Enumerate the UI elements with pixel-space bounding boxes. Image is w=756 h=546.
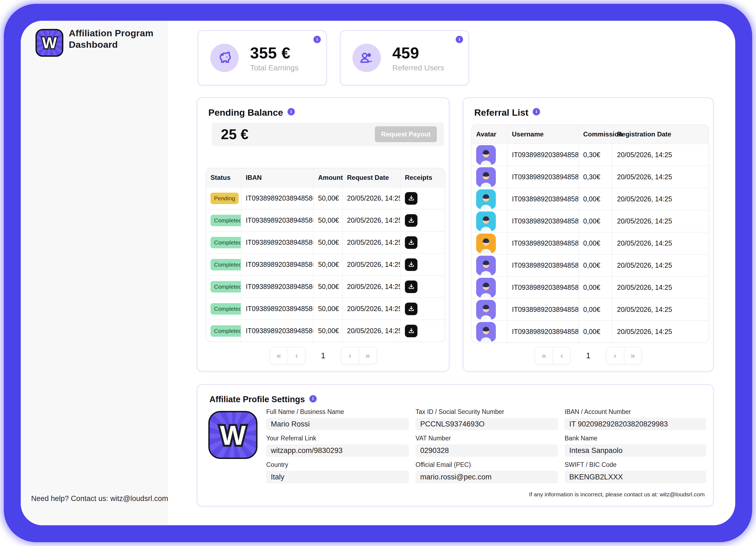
field-input[interactable] (565, 418, 706, 430)
field-input[interactable] (266, 444, 409, 457)
column-header-username: Username (507, 125, 578, 144)
registration-date-cell: 20/05/2026, 14:25 (612, 210, 708, 232)
field-label: Full Name / Business Name (266, 408, 409, 415)
download-icon (408, 217, 415, 224)
request-payout-button[interactable]: Request Payout (375, 126, 437, 142)
referral-list-title-text: Referral List (474, 107, 528, 118)
avatar-person-icon (477, 259, 495, 275)
field-label: Bank Name (565, 435, 706, 442)
w-logo-icon: W (211, 413, 255, 457)
referred-users-card: i 459 Referred Users (340, 30, 469, 85)
commission-cell: 0,00€ (578, 276, 612, 298)
field-input[interactable] (266, 471, 409, 483)
profile-field: Your Referral Link (266, 435, 409, 457)
amount-cell: 50,00€ (313, 187, 342, 209)
avatar (476, 278, 496, 297)
field-label: IBAN / Account Number (565, 408, 706, 415)
column-header-receipts: Receipts (400, 168, 445, 187)
download-receipt-button[interactable] (405, 192, 417, 205)
referred-users-value: 459 (392, 44, 444, 62)
field-label: SWIFT / BIC Code (565, 461, 706, 468)
profile-field: VAT Number (416, 435, 558, 457)
prev-page-button[interactable]: ‹ (553, 347, 570, 364)
profile-field: Bank Name (565, 435, 706, 457)
field-input[interactable] (565, 444, 706, 457)
last-page-button[interactable]: » (624, 347, 641, 364)
pending-balance-box: 25 € Request Payout (212, 123, 444, 146)
avatar (476, 300, 496, 319)
referral-header-row: Avatar Username Commission Registration … (472, 125, 708, 144)
iban-cell: IT0938989203894858659 (241, 297, 313, 319)
profile-settings-title-text: Affiliate Profile Settings (209, 394, 305, 404)
registration-date-cell: 20/05/2026, 14:25 (612, 254, 708, 276)
status-badge: Completed (211, 237, 241, 248)
info-icon[interactable]: i (287, 108, 295, 115)
field-label: Official Email (PEC) (416, 461, 558, 468)
iban-cell: IT0938989203894858659 (241, 253, 313, 275)
download-icon (408, 261, 415, 268)
info-icon[interactable]: i (313, 36, 321, 43)
profile-settings-card: Affiliate Profile Settings i W Full Name… (197, 384, 714, 506)
username-cell: IT0938989203894858659 (507, 276, 578, 298)
iban-cell: IT0938989203894858659 (241, 319, 313, 342)
download-receipt-button[interactable] (405, 214, 417, 227)
status-badge: Completed (211, 303, 241, 314)
profile-note: If any information is incorrect, please … (529, 491, 705, 498)
profile-field: SWIFT / BIC Code (565, 461, 706, 483)
last-page-button[interactable]: » (359, 347, 376, 364)
piggy-bank-icon (210, 44, 239, 72)
info-icon[interactable]: i (533, 108, 540, 115)
avatar-person-icon (477, 302, 495, 319)
profile-field: Country (266, 461, 409, 483)
referral-card: Referral List i Avatar Username Commissi… (463, 97, 714, 372)
field-input[interactable] (416, 444, 558, 457)
next-page-button[interactable]: › (341, 347, 359, 364)
info-icon[interactable]: i (456, 36, 463, 43)
download-receipt-button[interactable] (405, 259, 417, 271)
request-date-cell: 20/05/2026, 14:25 (342, 187, 400, 209)
referral-row: IT0938989203894858659 0,30€ 20/05/2026, … (472, 166, 708, 188)
download-receipt-button[interactable] (405, 325, 417, 337)
commission-cell: 0,30€ (578, 166, 612, 188)
avatar (476, 145, 496, 165)
commission-cell: 0,00€ (578, 188, 612, 210)
field-input[interactable] (266, 418, 409, 430)
first-page-button[interactable]: « (535, 347, 553, 364)
payout-row: Completed IT0938989203894858659 50,00€ 2… (206, 297, 445, 319)
amount-cell: 50,00€ (313, 231, 342, 253)
avatar (476, 322, 496, 342)
field-input[interactable] (565, 471, 706, 483)
amount-cell: 50,00€ (313, 297, 342, 319)
column-header-iban: IBAN (241, 168, 313, 187)
status-badge: Completed (211, 215, 241, 226)
download-icon (408, 283, 415, 290)
field-input[interactable] (416, 471, 558, 483)
commission-cell: 0,00€ (578, 210, 612, 232)
registration-date-cell: 20/05/2026, 14:25 (612, 276, 708, 298)
download-receipt-button[interactable] (405, 280, 417, 293)
referred-users-label: Referred Users (392, 64, 444, 72)
download-receipt-button[interactable] (405, 302, 417, 315)
field-label: VAT Number (416, 435, 558, 442)
profile-field: Tax ID / Social Security Number (416, 408, 558, 430)
username-cell: IT0938989203894858659 (507, 144, 578, 166)
referral-list-title: Referral List i (474, 107, 540, 118)
username-cell: IT0938989203894858659 (507, 254, 578, 276)
field-input[interactable] (416, 418, 558, 430)
payout-header-row: Status IBAN Amount Request Date Receipts (206, 168, 445, 187)
avatar (476, 234, 496, 253)
username-cell: IT0938989203894858659 (507, 298, 578, 320)
request-date-cell: 20/05/2026, 14:25 (342, 319, 400, 342)
prev-page-button[interactable]: ‹ (287, 347, 305, 364)
first-page-button[interactable]: « (270, 347, 287, 364)
commission-cell: 0,30€ (578, 144, 612, 166)
total-earnings-card: i 355 € Total Earnings (198, 30, 327, 85)
next-page-button[interactable]: › (606, 347, 624, 364)
referral-row: IT0938989203894858659 0,30€ 20/05/2026, … (472, 144, 708, 166)
info-icon[interactable]: i (309, 395, 317, 402)
svg-text:W: W (220, 420, 246, 450)
amount-cell: 50,00€ (313, 209, 342, 231)
download-receipt-button[interactable] (405, 236, 417, 249)
iban-cell: IT0938989203894858659 (241, 187, 313, 209)
pending-balance-amount: 25 € (221, 126, 248, 143)
